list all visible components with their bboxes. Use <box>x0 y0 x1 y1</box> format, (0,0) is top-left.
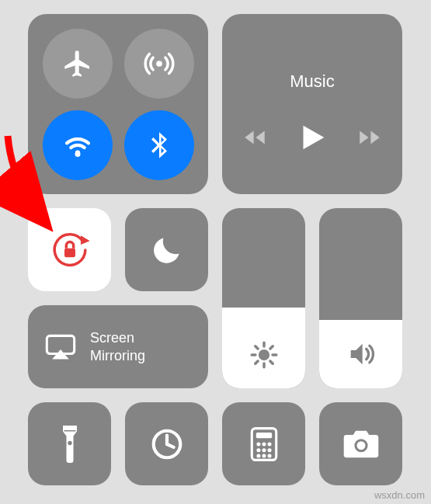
calculator-icon <box>250 427 278 461</box>
svg-point-29 <box>256 454 260 457</box>
brightness-slider[interactable] <box>222 208 305 388</box>
next-track-button[interactable] <box>356 124 383 151</box>
row-2: Screen Mirroring <box>28 208 403 388</box>
previous-track-button[interactable] <box>242 124 268 151</box>
control-center: Music <box>0 0 431 499</box>
svg-point-31 <box>267 454 271 457</box>
do-not-disturb-button[interactable] <box>125 208 208 291</box>
bluetooth-button[interactable] <box>124 110 194 180</box>
svg-point-1 <box>156 61 162 67</box>
svg-point-30 <box>262 454 266 457</box>
svg-line-15 <box>269 346 272 349</box>
play-button[interactable] <box>294 120 330 155</box>
camera-icon <box>342 429 380 460</box>
row-1: Music <box>28 14 403 194</box>
speaker-icon <box>346 339 377 370</box>
svg-rect-22 <box>255 433 271 438</box>
svg-line-12 <box>255 346 257 349</box>
airplane-icon <box>62 48 93 79</box>
wifi-button[interactable] <box>43 110 113 180</box>
flashlight-icon <box>59 426 81 463</box>
svg-line-13 <box>269 361 272 363</box>
brightness-icon <box>249 340 279 370</box>
bluetooth-icon <box>144 130 175 161</box>
row-bottom <box>28 402 403 485</box>
screen-mirroring-label: Screen Mirroring <box>90 329 145 364</box>
svg-point-26 <box>256 448 260 452</box>
svg-line-14 <box>255 361 257 363</box>
timer-button[interactable] <box>125 402 208 485</box>
timer-icon <box>149 426 185 462</box>
rotation-lock-icon <box>48 228 92 272</box>
music-title: Music <box>290 71 334 92</box>
svg-point-24 <box>262 442 266 446</box>
music-controls <box>242 120 383 155</box>
rotation-lock-button[interactable] <box>28 208 111 291</box>
svg-point-2 <box>75 150 79 155</box>
svg-point-27 <box>262 448 266 452</box>
svg-rect-4 <box>64 248 75 257</box>
airplane-mode-button[interactable] <box>43 29 113 99</box>
svg-point-16 <box>68 440 71 444</box>
cellular-icon <box>143 47 176 80</box>
watermark: wsxdn.com <box>374 489 425 501</box>
camera-button[interactable] <box>319 402 402 485</box>
screen-mirroring-button[interactable]: Screen Mirroring <box>28 305 208 388</box>
svg-marker-3 <box>81 235 90 245</box>
connectivity-panel[interactable] <box>28 14 208 194</box>
svg-point-33 <box>356 441 365 450</box>
flashlight-button[interactable] <box>28 402 111 485</box>
airplay-icon <box>45 334 76 360</box>
svg-point-23 <box>256 442 260 446</box>
svg-line-20 <box>167 444 174 447</box>
music-panel[interactable]: Music <box>222 14 402 194</box>
svg-point-28 <box>267 448 271 452</box>
cellular-data-button[interactable] <box>124 29 194 99</box>
svg-point-7 <box>258 349 269 360</box>
moon-icon <box>150 233 184 267</box>
calculator-button[interactable] <box>222 402 305 485</box>
wifi-icon <box>61 129 94 162</box>
volume-slider[interactable] <box>319 208 402 388</box>
svg-point-25 <box>267 442 271 446</box>
